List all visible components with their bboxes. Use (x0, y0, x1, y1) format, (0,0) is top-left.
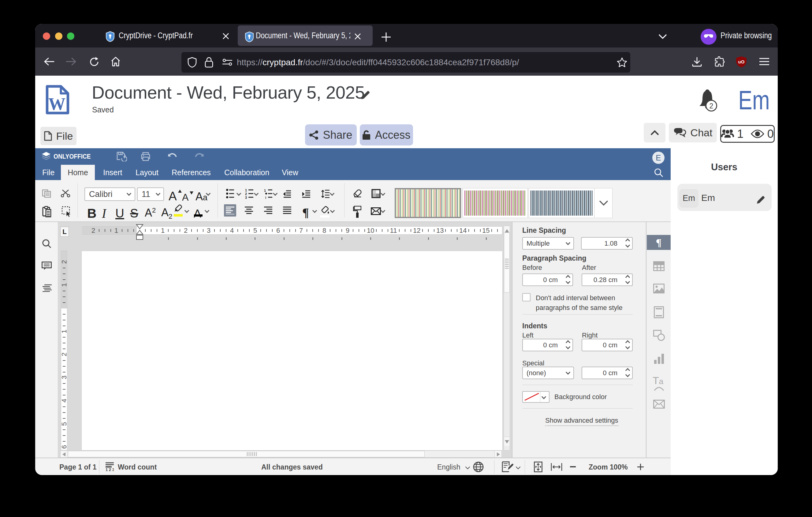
svg-text:uO: uO (738, 59, 745, 64)
svg-text:1: 1 (264, 189, 266, 192)
svg-text:3: 3 (245, 196, 247, 199)
svg-text:2: 2 (245, 192, 247, 196)
svg-text:i: i (265, 196, 266, 199)
svg-text:W: W (48, 94, 65, 114)
svg-text:1: 1 (245, 189, 247, 192)
svg-text:1 2 3: 1 2 3 (106, 467, 114, 471)
